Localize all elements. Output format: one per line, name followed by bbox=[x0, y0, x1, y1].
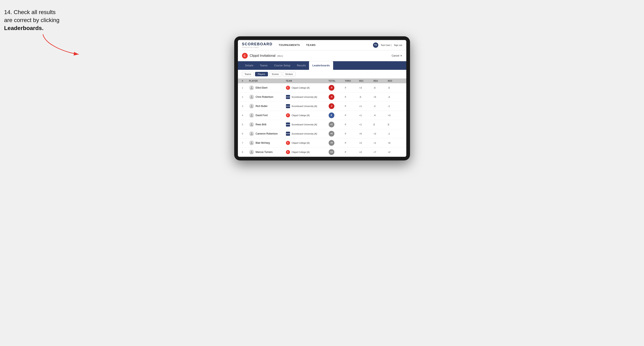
player-name: Marcus Turners bbox=[256, 151, 273, 154]
rd3-cell: -5 bbox=[388, 87, 402, 89]
thru-cell: F bbox=[345, 123, 359, 126]
player-cell: David Ford bbox=[249, 113, 286, 118]
team-cell: C Clippd College [A] bbox=[286, 113, 329, 117]
tab-course-setup[interactable]: Course Setup bbox=[271, 61, 294, 70]
total-cell: +11 bbox=[329, 149, 345, 155]
svg-point-3 bbox=[251, 105, 252, 106]
player-cell: Chris Robertson bbox=[249, 95, 286, 99]
score-badge: +9 bbox=[329, 140, 334, 146]
player-name: David Ford bbox=[256, 114, 268, 117]
tab-teams[interactable]: Teams bbox=[257, 61, 271, 70]
col-thru: THRU bbox=[345, 80, 359, 82]
player-cell: Blair McHarg bbox=[249, 141, 286, 145]
arrow-indicator bbox=[41, 32, 82, 57]
sign-out-link[interactable]: Sign out bbox=[394, 44, 402, 46]
table-row: 4 David Ford C Clippd College [A] E F +1… bbox=[238, 111, 406, 120]
player-cell: Marcus Turners bbox=[249, 150, 286, 155]
table-header: # PLAYER TEAM TOTAL THRU RD1 RD2 RD3 bbox=[238, 79, 406, 83]
score-badge: E bbox=[329, 113, 334, 118]
team-name: Scoreboard University [A] bbox=[292, 96, 317, 98]
gender-badge: (Men) bbox=[277, 55, 283, 57]
col-total: TOTAL bbox=[329, 80, 345, 82]
player-avatar bbox=[249, 131, 254, 136]
rd2-cell: -6 bbox=[374, 87, 388, 89]
rd3-cell: +6 bbox=[388, 142, 402, 144]
rd1-cell: +2 bbox=[359, 142, 374, 144]
score-badge: +1 bbox=[329, 122, 334, 127]
table-row: 5 Rees Britt Scoreboard University [A] +… bbox=[238, 120, 406, 129]
col-rd2: RD2 bbox=[374, 80, 388, 82]
rd2-cell: +7 bbox=[374, 151, 388, 153]
player-cell: Rees Britt bbox=[249, 122, 286, 127]
cancel-button[interactable]: Cancel ✕ bbox=[392, 54, 402, 57]
tournament-title: Clippd Invitational (Men) bbox=[250, 54, 283, 58]
svg-point-4 bbox=[251, 114, 252, 115]
thru-cell: F bbox=[345, 151, 359, 153]
table-row: 6 Cameron Robertson Scoreboard Universit… bbox=[238, 129, 406, 138]
rank-cell: 7 bbox=[242, 142, 249, 144]
team-logo-c: C bbox=[286, 150, 290, 154]
instruction-bold: Leaderboards. bbox=[4, 25, 44, 31]
rd1-cell: +5 bbox=[359, 133, 374, 135]
player-name: Chris Robertson bbox=[256, 96, 274, 98]
tournament-header: C Clippd Invitational (Men) Cancel ✕ bbox=[238, 50, 406, 61]
col-rank: # bbox=[242, 80, 249, 82]
player-cell: Elliot Ebert bbox=[249, 85, 286, 90]
nav-teams[interactable]: TEAMS bbox=[306, 43, 316, 47]
team-cell: C Clippd College [A] bbox=[286, 141, 329, 145]
tab-leaderboards[interactable]: Leaderboards bbox=[309, 61, 333, 70]
table-row: 3 Rich Butler Scoreboard University [A] … bbox=[238, 102, 406, 111]
rd3-cell: +2 bbox=[388, 151, 402, 153]
rank-cell: 4 bbox=[242, 114, 249, 117]
total-cell: +9 bbox=[329, 140, 345, 146]
player-avatar bbox=[249, 141, 254, 145]
team-logo-s bbox=[286, 132, 290, 136]
team-name: Clippd College [A] bbox=[292, 142, 310, 144]
team-logo-c: C bbox=[286, 141, 290, 145]
player-name: Rich Butler bbox=[256, 105, 268, 108]
rd2-cell: +2 bbox=[374, 133, 388, 135]
total-cell: +1 bbox=[329, 122, 345, 127]
score-badge: -8 bbox=[329, 85, 334, 91]
tab-results[interactable]: Results bbox=[294, 61, 309, 70]
rd1-cell: +1 bbox=[359, 114, 374, 117]
team-cell: Scoreboard University [A] bbox=[286, 95, 329, 99]
tournament-icon: C bbox=[242, 53, 248, 59]
rank-cell: 8 bbox=[242, 151, 249, 153]
col-player: PLAYER bbox=[249, 80, 286, 82]
team-logo-s bbox=[286, 95, 290, 99]
rd1-cell: -5 bbox=[359, 96, 374, 98]
nav-tournaments[interactable]: TOURNAMENTS bbox=[279, 43, 300, 47]
user-label: Test User | bbox=[381, 44, 392, 46]
team-logo-s bbox=[286, 123, 290, 127]
team-cell: C Clippd College [A] bbox=[286, 150, 329, 154]
col-rd3: RD3 bbox=[388, 80, 402, 82]
rank-cell: 3 bbox=[242, 105, 249, 107]
player-avatar bbox=[249, 113, 254, 118]
player-name: Rees Britt bbox=[256, 123, 266, 126]
player-name: Cameron Robertson bbox=[256, 132, 278, 135]
player-name: Elliot Ebert bbox=[256, 86, 268, 89]
team-name: Clippd College [A] bbox=[292, 87, 310, 89]
rank-cell: 6 bbox=[242, 133, 249, 135]
filter-scores[interactable]: Scores bbox=[269, 72, 282, 76]
instruction-line2: are correct by clicking bbox=[4, 17, 60, 23]
logo-area: SCOREBOARD Powered by clippd bbox=[242, 42, 273, 48]
total-cell: E bbox=[329, 113, 345, 118]
total-cell: -2 bbox=[329, 103, 345, 109]
team-cell: Scoreboard University [A] bbox=[286, 123, 329, 127]
tab-details[interactable]: Details bbox=[242, 61, 257, 70]
filter-players[interactable]: Players bbox=[255, 72, 268, 76]
svg-point-7 bbox=[251, 142, 252, 143]
team-logo-c: C bbox=[286, 113, 290, 117]
filter-teams[interactable]: Teams bbox=[242, 72, 254, 76]
rank-cell: 2 bbox=[242, 96, 249, 98]
filter-strokes[interactable]: Strokes bbox=[283, 72, 296, 76]
rd2-cell: -2 bbox=[374, 105, 388, 107]
rank-cell: 1 bbox=[242, 87, 249, 89]
rd2-cell: +1 bbox=[374, 142, 388, 144]
total-cell: -4 bbox=[329, 94, 345, 100]
svg-point-8 bbox=[251, 151, 252, 152]
rd2-cell: +5 bbox=[374, 96, 388, 98]
tablet-screen: SCOREBOARD Powered by clippd TOURNAMENTS… bbox=[238, 40, 406, 157]
